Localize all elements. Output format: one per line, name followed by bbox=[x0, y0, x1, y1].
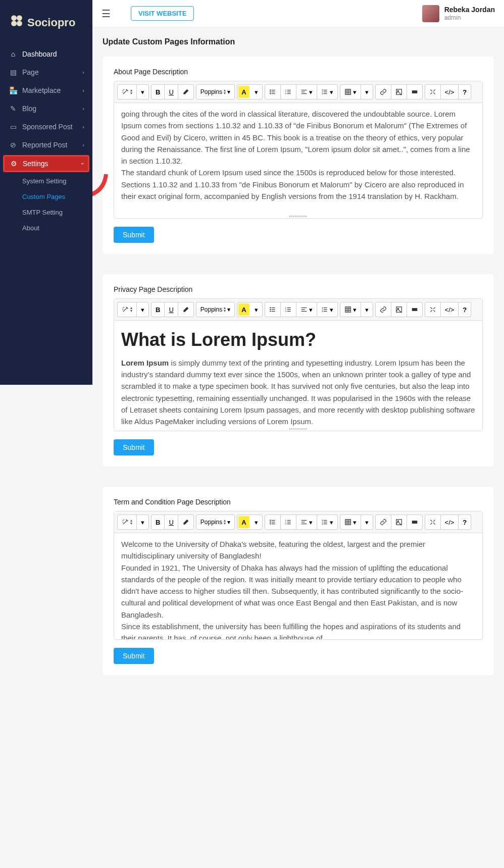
video-button[interactable] bbox=[407, 85, 422, 99]
hamburger-icon[interactable]: ☰ bbox=[102, 8, 111, 20]
fullscreen-button[interactable] bbox=[425, 302, 441, 317]
caret2-button[interactable]: ▾ bbox=[361, 85, 373, 99]
codeview-button[interactable]: </> bbox=[441, 85, 459, 99]
table-button[interactable]: ▾ bbox=[340, 515, 361, 529]
table-button[interactable]: ▾ bbox=[340, 302, 361, 317]
terms-card: Term and Condition Page Description ▴▾▾ … bbox=[103, 487, 494, 675]
ul-button[interactable] bbox=[265, 85, 281, 99]
image-button[interactable] bbox=[391, 302, 407, 317]
font-family-button[interactable]: Poppins ▴▾ ▾ bbox=[196, 85, 234, 99]
caret2-button[interactable]: ▾ bbox=[361, 515, 373, 529]
nav-label: Marketplace bbox=[22, 86, 61, 94]
nav-reported[interactable]: ⊘ Reported Post › bbox=[0, 136, 92, 154]
resize-handle[interactable] bbox=[114, 214, 482, 218]
link-button[interactable] bbox=[376, 515, 391, 529]
link-button[interactable] bbox=[376, 302, 391, 317]
font-family-button[interactable]: Poppins ▴▾ ▾ bbox=[196, 515, 234, 529]
underline-button[interactable]: U bbox=[165, 515, 178, 529]
ol-button[interactable]: 123 bbox=[281, 302, 296, 317]
logo[interactable]: Sociopro bbox=[0, 0, 92, 45]
image-button[interactable] bbox=[391, 85, 407, 99]
about-card: About Page Description ▴▾▾ BU Poppins ▴▾… bbox=[103, 57, 494, 254]
about-editor-body[interactable]: going through the cites of the word in c… bbox=[114, 103, 482, 214]
font-color-button[interactable]: A bbox=[238, 516, 249, 528]
privacy-editor-body[interactable]: What is Lorem Ipsum? Lorem Ipsum is simp… bbox=[114, 321, 482, 427]
bold-button[interactable]: B bbox=[152, 515, 165, 529]
align-button[interactable]: ▾ bbox=[296, 515, 317, 529]
style-magic-button[interactable]: ▴▾ bbox=[118, 515, 137, 529]
svg-point-2 bbox=[11, 21, 17, 26]
visit-website-button[interactable]: VISIT WEBSITE bbox=[131, 6, 194, 21]
nav-marketplace[interactable]: 🏪 Marketplace › bbox=[0, 81, 92, 99]
nav-settings[interactable]: ⚙ Settings › bbox=[3, 155, 89, 172]
nav-page[interactable]: ▤ Page › bbox=[0, 63, 92, 81]
caret2-button[interactable]: ▾ bbox=[361, 302, 373, 317]
font-color-button[interactable]: A bbox=[238, 86, 249, 98]
privacy-heading: What is Lorem Ipsum? bbox=[121, 326, 475, 354]
bold-button[interactable]: B bbox=[152, 85, 165, 99]
style-magic-button[interactable]: ▴▾ bbox=[118, 302, 137, 317]
underline-button[interactable]: U bbox=[165, 302, 178, 317]
chevron-right-icon: › bbox=[82, 69, 84, 75]
font-color-caret[interactable]: ▾ bbox=[250, 515, 262, 529]
resize-handle[interactable] bbox=[114, 427, 482, 431]
lineheight-button[interactable]: ▾ bbox=[317, 302, 337, 317]
lineheight-button[interactable]: ▾ bbox=[317, 515, 337, 529]
privacy-editor: ▴▾▾ BU Poppins ▴▾ ▾ A▾ 123 ▾ ▾ ▾▾ </>? W… bbox=[114, 298, 483, 431]
codeview-button[interactable]: </> bbox=[441, 515, 459, 529]
ol-button[interactable]: 123 bbox=[281, 85, 296, 99]
svg-rect-60 bbox=[287, 524, 290, 524]
nav-label: Sponsored Post bbox=[22, 123, 73, 131]
help-button[interactable]: ? bbox=[459, 515, 471, 529]
user-menu[interactable]: Rebeka Jordan admin bbox=[422, 5, 495, 22]
fullscreen-button[interactable] bbox=[425, 515, 441, 529]
codeview-button[interactable]: </> bbox=[441, 302, 459, 317]
underline-button[interactable]: U bbox=[165, 85, 178, 99]
help-button[interactable]: ? bbox=[459, 85, 471, 99]
align-button[interactable]: ▾ bbox=[296, 85, 317, 99]
font-color-caret[interactable]: ▾ bbox=[250, 302, 262, 317]
table-button[interactable]: ▾ bbox=[340, 85, 361, 99]
nav-dashboard[interactable]: ⌂ Dashboard bbox=[0, 45, 92, 63]
eraser-button[interactable] bbox=[178, 515, 193, 529]
terms-editor-body[interactable]: Welcome to the University of Dhaka's web… bbox=[114, 533, 482, 639]
video-button[interactable] bbox=[407, 515, 422, 529]
fullscreen-button[interactable] bbox=[425, 85, 441, 99]
align-button[interactable]: ▾ bbox=[296, 302, 317, 317]
link-button[interactable] bbox=[376, 85, 391, 99]
font-color-caret[interactable]: ▾ bbox=[250, 85, 262, 99]
eraser-button[interactable] bbox=[178, 302, 193, 317]
svg-rect-42 bbox=[323, 308, 327, 308]
font-color-button[interactable]: A bbox=[238, 303, 249, 316]
video-button[interactable] bbox=[407, 302, 422, 317]
image-button[interactable] bbox=[391, 515, 407, 529]
bold-button[interactable]: B bbox=[152, 302, 165, 317]
privacy-submit-button[interactable]: Submit bbox=[114, 439, 154, 455]
nav-blog[interactable]: ✎ Blog › bbox=[0, 99, 92, 118]
ul-button[interactable] bbox=[265, 515, 281, 529]
svg-rect-8 bbox=[271, 91, 275, 92]
style-magic-button[interactable]: ▴▾ bbox=[118, 85, 137, 99]
help-button[interactable]: ? bbox=[459, 302, 471, 317]
ol-button[interactable]: 123 bbox=[281, 515, 296, 529]
eraser-button[interactable] bbox=[178, 85, 193, 99]
ul-button[interactable] bbox=[265, 302, 281, 317]
svg-rect-18 bbox=[301, 91, 305, 92]
caret-button[interactable]: ▾ bbox=[137, 302, 148, 317]
svg-rect-63 bbox=[301, 524, 307, 524]
sub-smtp-setting[interactable]: SMTP Setting bbox=[0, 205, 92, 220]
about-submit-button[interactable]: Submit bbox=[114, 227, 154, 243]
nav-sponsored[interactable]: ▭ Sponsored Post › bbox=[0, 118, 92, 136]
about-editor: ▴▾▾ BU Poppins ▴▾ ▾ A▾ 123 ▾ ▾ ▾▾ </>? g… bbox=[114, 81, 483, 219]
sub-custom-pages[interactable]: Custom Pages bbox=[0, 189, 92, 205]
terms-submit-button[interactable]: Submit bbox=[114, 648, 154, 664]
lineheight-button[interactable]: ▾ bbox=[317, 85, 337, 99]
font-family-button[interactable]: Poppins ▴▾ ▾ bbox=[196, 302, 234, 317]
caret-button[interactable]: ▾ bbox=[137, 85, 148, 99]
sub-system-setting[interactable]: System Setting bbox=[0, 173, 92, 189]
sub-about[interactable]: About bbox=[0, 220, 92, 236]
caret-button[interactable]: ▾ bbox=[137, 515, 148, 529]
svg-rect-40 bbox=[301, 309, 305, 310]
privacy-text: is simply dummy text of the printing and… bbox=[121, 359, 475, 426]
svg-rect-45 bbox=[345, 307, 350, 313]
